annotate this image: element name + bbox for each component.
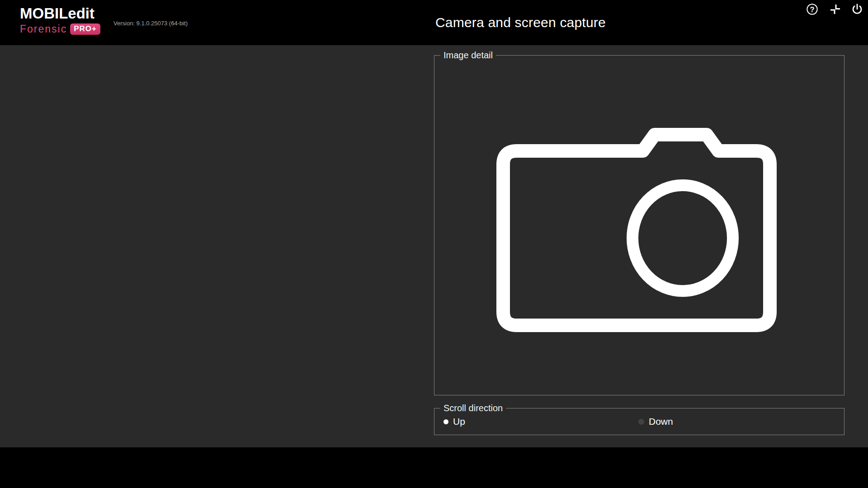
- power-icon[interactable]: [851, 3, 863, 15]
- radio-option-down[interactable]: Down: [638, 416, 673, 427]
- scroll-direction-legend: Scroll direction: [440, 403, 506, 413]
- dock-window-icon[interactable]: [829, 3, 841, 15]
- radio-dot-unselected: [638, 419, 644, 425]
- camera-icon: [494, 124, 783, 341]
- brand-badge: PRO+: [70, 23, 100, 35]
- radio-label: Up: [453, 416, 465, 427]
- svg-text:?: ?: [810, 5, 814, 14]
- brand-title: MOBILedit: [20, 5, 100, 22]
- radio-option-up[interactable]: Up: [443, 416, 465, 427]
- help-icon[interactable]: ?: [807, 4, 818, 15]
- top-bar: MOBILedit Forensic PRO+ Version: 9.1.0.2…: [0, 0, 868, 45]
- brand-logo: MOBILedit Forensic PRO+: [20, 5, 100, 35]
- version-label: Version: 9.1.0.25073 (64-bit): [113, 20, 188, 27]
- page-title: Camera and screen capture: [435, 14, 606, 31]
- image-detail-legend: Image detail: [440, 50, 496, 61]
- brand-subtitle: Forensic: [20, 23, 67, 35]
- radio-label: Down: [649, 416, 673, 427]
- radio-dot-selected: [443, 419, 448, 424]
- app-window: MOBILedit Forensic PRO+ Version: 9.1.0.2…: [0, 0, 868, 488]
- bottom-bar: Cancel Add Next: [0, 447, 868, 488]
